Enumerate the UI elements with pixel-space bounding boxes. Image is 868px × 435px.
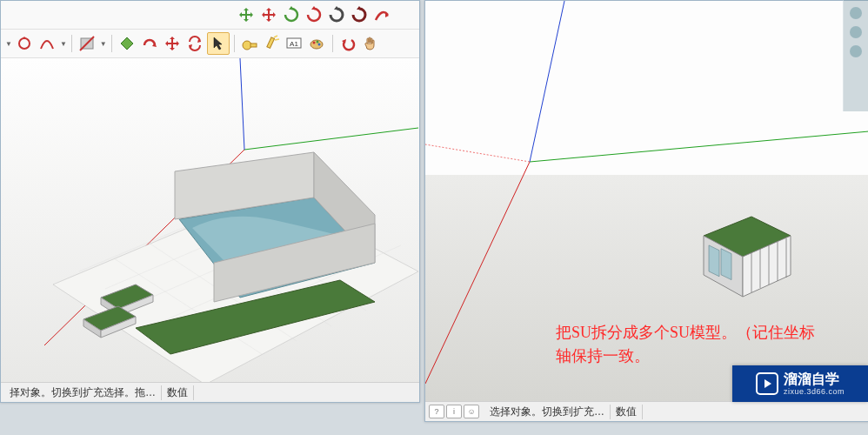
panel-dot[interactable] (850, 7, 862, 19)
sketchup-window-right: 把SU拆分成多个SU模型。（记住坐标 轴保持一致。 ? i ☺ 选择对象。切换到… (424, 0, 868, 422)
svg-rect-35 (709, 245, 719, 277)
diamond-green-icon (118, 35, 136, 52)
status-btn-info[interactable]: ? (429, 405, 444, 418)
side-panel-strip (843, 0, 868, 111)
a1-label-icon: A1 (285, 35, 304, 52)
move-4way-icon (237, 6, 255, 23)
toolbar-row-2: ▼ ▼ ▼ A1 (1, 30, 419, 58)
tape-measure-tool[interactable] (239, 33, 260, 54)
move-tool-green[interactable] (236, 4, 257, 25)
rotate-dark-red-icon (351, 6, 368, 23)
rect-icon (78, 35, 96, 52)
select-green-tool[interactable] (117, 33, 137, 54)
rotate-dual-tool[interactable] (184, 33, 205, 54)
move-4way-icon (260, 6, 277, 23)
rotate-tool-red[interactable] (304, 4, 324, 25)
watermark-title: 溜溜自学 (784, 371, 845, 387)
text-label-tool[interactable]: A1 (284, 33, 305, 54)
svg-point-9 (312, 42, 315, 44)
undo-icon (339, 35, 357, 52)
dropdown-arrow[interactable]: ▼ (60, 40, 67, 48)
watermark-sub: zixue.3d66.com (784, 387, 845, 397)
dropdown-arrow[interactable]: ▼ (100, 40, 107, 48)
select-arrow-tool[interactable] (207, 32, 230, 55)
statusbar-left: 择对象。切换到扩充选择。拖… 数值 (1, 382, 419, 402)
rect-tool[interactable] (77, 33, 97, 54)
svg-point-10 (316, 41, 318, 44)
hand-icon (362, 35, 379, 52)
annotation-line1: 把SU拆分成多个SU模型。（记住坐标 (556, 321, 815, 345)
svg-text:A1: A1 (290, 40, 298, 48)
watermark-badge: 溜溜自学 zixue.3d66.com (732, 365, 868, 402)
rotate-dark-red-tool[interactable] (349, 4, 370, 25)
status-value-label: 数值 (162, 385, 194, 400)
rotate-red-icon (141, 35, 158, 52)
toolbar-divider (71, 35, 72, 52)
flashlight-icon (264, 35, 281, 52)
flashlight-tool[interactable] (262, 33, 283, 54)
arc-tool[interactable] (37, 33, 57, 54)
status-hint: 选择对象。切换到扩充… (484, 405, 611, 419)
toolbar-row-1 (1, 1, 419, 30)
status-value-label: 数值 (611, 405, 643, 419)
move-4way-red-tool[interactable] (162, 33, 183, 54)
svg-rect-36 (721, 249, 731, 280)
rotate-dark-icon (328, 6, 345, 23)
rotate-dual-icon (186, 35, 204, 52)
orbit-tool[interactable] (14, 33, 35, 54)
annotation-text: 把SU拆分成多个SU模型。（记住坐标 轴保持一致。 (556, 321, 815, 368)
annotation-line2: 轴保持一致。 (556, 345, 815, 368)
tape-icon (241, 35, 258, 52)
svg-rect-24 (425, 1, 868, 175)
status-btn-user[interactable]: ☺ (464, 405, 479, 418)
svg-point-11 (317, 44, 320, 46)
statusbar-right: ? i ☺ 选择对象。切换到扩充… 数值 (425, 401, 868, 421)
svg-point-0 (19, 38, 30, 49)
rotate-red-tool[interactable] (139, 33, 160, 54)
toolbar-menu-arrow[interactable]: ▼ (5, 40, 12, 48)
viewport-left[interactable] (1, 58, 419, 385)
panel-dot[interactable] (850, 45, 862, 57)
toolbar-divider (234, 35, 235, 52)
toolbar-divider (332, 35, 333, 52)
svg-line-14 (240, 58, 244, 150)
svg-line-13 (244, 128, 418, 150)
viewport-right[interactable]: 把SU拆分成多个SU模型。（记住坐标 轴保持一致。 (425, 1, 868, 402)
panel-dot[interactable] (850, 26, 862, 38)
rotate-tool-green[interactable] (281, 4, 302, 25)
paint-tool[interactable] (307, 33, 328, 54)
sketchup-window-left: ▼ ▼ ▼ A1 (0, 0, 420, 403)
move-4way-icon (164, 35, 181, 52)
status-icon-buttons: ? i ☺ (429, 405, 479, 418)
curve-tool[interactable] (371, 4, 392, 25)
arc-icon (38, 35, 56, 52)
undo-tool[interactable] (337, 33, 358, 54)
svg-rect-5 (267, 37, 275, 49)
orbit-icon (16, 35, 33, 52)
status-btn-help[interactable]: i (446, 405, 462, 418)
status-hint: 择对象。切换到扩充选择。拖… (4, 385, 162, 400)
select-arrow-icon (210, 35, 227, 52)
rotate-icon (305, 6, 323, 23)
hand-tool[interactable] (360, 33, 381, 54)
paint-icon (309, 35, 326, 52)
svg-rect-4 (250, 44, 257, 47)
rotate-dark-tool[interactable] (326, 4, 347, 25)
play-icon (756, 372, 778, 395)
curve-arrow-icon (373, 6, 391, 23)
viewport-scene-left (1, 58, 419, 385)
move-tool-red[interactable] (258, 4, 279, 25)
toolbar-divider (111, 35, 112, 52)
rotate-icon (283, 6, 300, 23)
